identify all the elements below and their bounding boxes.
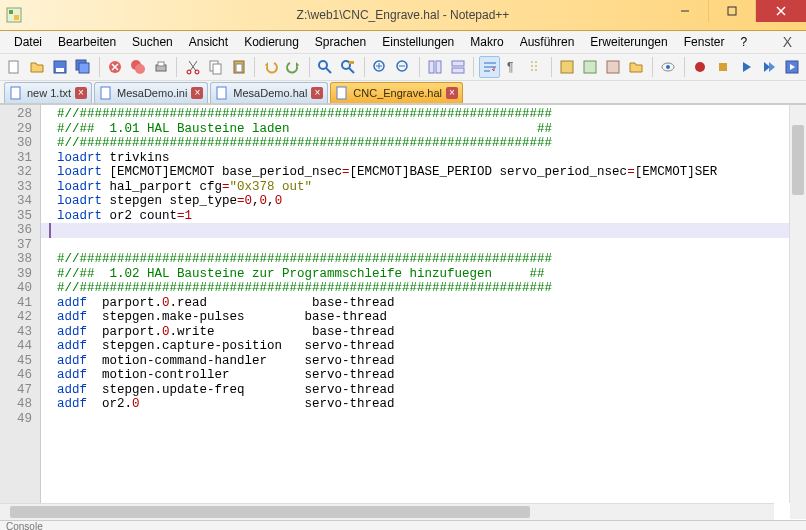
code-line[interactable]: loadrt stepgen step_type=0,0,0 — [57, 194, 789, 209]
new-file-button[interactable] — [4, 56, 25, 78]
code-line[interactable]: addf stepgen.capture-position servo-thre… — [57, 339, 789, 354]
tab-file[interactable]: MesaDemo.ini × — [94, 82, 208, 103]
tab-file[interactable]: MesaDemo.hal × — [210, 82, 328, 103]
toolbar-sep — [473, 57, 474, 77]
svg-line-19 — [189, 61, 196, 71]
tab-close-icon[interactable]: × — [311, 87, 323, 99]
close-all-button[interactable] — [128, 56, 149, 78]
code-line[interactable]: addf parport.0.write base-thread — [57, 325, 789, 340]
code-line[interactable]: addf or2.0 servo-thread — [57, 397, 789, 412]
code-line[interactable]: addf stepgen.update-freq servo-thread — [57, 383, 789, 398]
code-line[interactable]: #//#####################################… — [57, 107, 789, 122]
code-line[interactable]: #//#####################################… — [57, 281, 789, 296]
code-line[interactable]: addf motion-command-handler servo-thread — [57, 354, 789, 369]
menu-kodierung[interactable]: Kodierung — [236, 33, 307, 51]
svg-rect-53 — [719, 63, 727, 71]
console-panel-header[interactable]: Console — [0, 520, 806, 530]
menu-makro[interactable]: Makro — [462, 33, 511, 51]
record-macro-button[interactable] — [690, 56, 711, 78]
horizontal-scrollbar[interactable] — [0, 503, 774, 520]
code-line[interactable]: addf stepgen.make-pulses base-thread — [57, 310, 789, 325]
undo-button[interactable] — [260, 56, 281, 78]
horizontal-scroll-thumb[interactable] — [10, 506, 530, 518]
code-line[interactable]: addf motion-controller servo-thread — [57, 368, 789, 383]
line-number: 32 — [0, 165, 40, 180]
zoom-in-button[interactable] — [370, 56, 391, 78]
code-line[interactable]: loadrt or2 count=1 — [57, 209, 789, 224]
toolbar-sep — [99, 57, 100, 77]
zoom-out-button[interactable] — [393, 56, 414, 78]
code-line[interactable]: loadrt trivkins — [57, 151, 789, 166]
redo-button[interactable] — [283, 56, 304, 78]
svg-rect-31 — [349, 61, 354, 64]
svg-rect-47 — [561, 61, 573, 73]
func-list-button[interactable] — [603, 56, 624, 78]
play-macro-button[interactable] — [735, 56, 756, 78]
code-line[interactable]: #//## 1.02 HAL Bausteine zur Programmsch… — [57, 267, 789, 282]
toolbar-sep — [684, 57, 685, 77]
replace-button[interactable] — [338, 56, 359, 78]
code-area[interactable]: #//#####################################… — [41, 105, 789, 503]
svg-rect-57 — [217, 87, 226, 99]
open-file-button[interactable] — [27, 56, 48, 78]
menu-datei[interactable]: Datei — [6, 33, 50, 51]
user-lang-button[interactable] — [557, 56, 578, 78]
stop-macro-button[interactable] — [712, 56, 733, 78]
svg-rect-18 — [158, 62, 164, 66]
tab-file-active[interactable]: CNC_Engrave.hal × — [330, 82, 463, 103]
line-number: 49 — [0, 412, 40, 427]
print-button[interactable] — [150, 56, 171, 78]
save-macro-button[interactable] — [781, 56, 802, 78]
svg-rect-2 — [14, 15, 19, 20]
show-all-chars-button[interactable]: ¶ — [502, 56, 523, 78]
tab-close-icon[interactable]: × — [446, 87, 458, 99]
cut-button[interactable] — [182, 56, 203, 78]
indent-guide-button[interactable] — [525, 56, 546, 78]
tab-close-icon[interactable]: × — [191, 87, 203, 99]
line-number: 39 — [0, 267, 40, 282]
paste-button[interactable] — [228, 56, 249, 78]
menu-erweiterungen[interactable]: Erweiterungen — [582, 33, 675, 51]
menu-suchen[interactable]: Suchen — [124, 33, 181, 51]
menu-mdi-close-icon[interactable]: X — [775, 34, 800, 50]
doc-map-button[interactable] — [580, 56, 601, 78]
svg-point-27 — [319, 61, 327, 69]
word-wrap-button[interactable] — [479, 56, 500, 78]
code-line[interactable] — [57, 223, 789, 238]
window-minimize-button[interactable] — [662, 0, 709, 22]
vertical-scroll-thumb[interactable] — [792, 125, 804, 195]
sync-v-button[interactable] — [424, 56, 445, 78]
play-multi-button[interactable] — [758, 56, 779, 78]
find-button[interactable] — [315, 56, 336, 78]
code-line[interactable]: addf parport.0.read base-thread — [57, 296, 789, 311]
menu-ansicht[interactable]: Ansicht — [181, 33, 236, 51]
close-file-button[interactable] — [105, 56, 126, 78]
code-line[interactable]: loadrt [EMCMOT]EMCMOT base_period_nsec=[… — [57, 165, 789, 180]
tab-file[interactable]: new 1.txt × — [4, 82, 92, 103]
folder-view-button[interactable] — [626, 56, 647, 78]
window-close-button[interactable] — [756, 0, 806, 22]
vertical-scrollbar[interactable] — [789, 105, 806, 503]
menu-einstellungen[interactable]: Einstellungen — [374, 33, 462, 51]
save-button[interactable] — [50, 56, 71, 78]
svg-point-51 — [666, 65, 670, 69]
code-line[interactable] — [57, 412, 789, 427]
menu-fenster[interactable]: Fenster — [676, 33, 733, 51]
save-all-button[interactable] — [73, 56, 94, 78]
menu-bearbeiten[interactable]: Bearbeiten — [50, 33, 124, 51]
copy-button[interactable] — [205, 56, 226, 78]
monitoring-button[interactable] — [658, 56, 679, 78]
sync-h-button[interactable] — [447, 56, 468, 78]
tab-close-icon[interactable]: × — [75, 87, 87, 99]
code-line[interactable]: #//#####################################… — [57, 136, 789, 151]
menu-sprachen[interactable]: Sprachen — [307, 33, 374, 51]
code-line[interactable]: loadrt hal_parport cfg="0x378 out" — [57, 180, 789, 195]
menu-help[interactable]: ? — [732, 33, 755, 51]
code-line[interactable]: #//## 1.01 HAL Bausteine laden ## — [57, 122, 789, 137]
menu-ausfuehren[interactable]: Ausführen — [512, 33, 583, 51]
tab-label: CNC_Engrave.hal — [353, 87, 442, 99]
svg-rect-58 — [337, 87, 346, 99]
window-maximize-button[interactable] — [709, 0, 756, 22]
code-line[interactable]: #//#####################################… — [57, 252, 789, 267]
code-line[interactable] — [57, 238, 789, 253]
